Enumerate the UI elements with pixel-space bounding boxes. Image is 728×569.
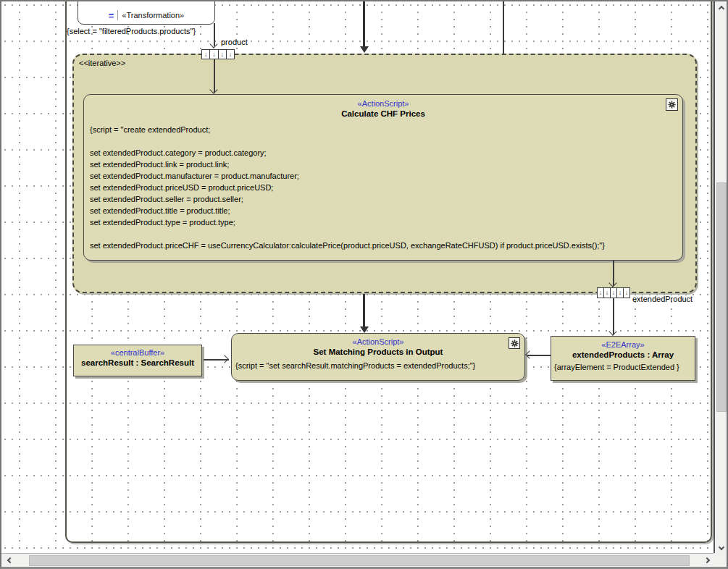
transformation-node[interactable]: = «Transformation» bbox=[78, 1, 215, 25]
gear-icon[interactable] bbox=[666, 98, 678, 111]
stereotype-separator bbox=[117, 10, 118, 20]
horizontal-scrollbar-thumb[interactable] bbox=[29, 555, 690, 566]
extended-products-array-node[interactable]: «E2EArray» extendedProducts : Array {arr… bbox=[551, 336, 695, 381]
extended-product-pin-label: extendedProduct bbox=[632, 295, 693, 303]
action-name: Calculate CHF Prices bbox=[84, 109, 682, 119]
search-result-buffer-node[interactable]: «centralBuffer» searchResult : SearchRes… bbox=[73, 345, 202, 376]
vertical-scrollbar[interactable] bbox=[714, 1, 727, 554]
diagram-canvas[interactable]: = «Transformation» {select = "filteredPr… bbox=[1, 1, 714, 554]
vertical-scrollbar-thumb[interactable] bbox=[716, 182, 727, 412]
set-matching-products-action[interactable]: «ActionScript» Set Matching Products in … bbox=[231, 333, 525, 381]
action-name: Set Matching Products in Output bbox=[232, 347, 524, 358]
select-constraint: {select = "filteredProducts.products"} bbox=[67, 27, 196, 35]
down-arrow-icon: ↓ bbox=[210, 50, 218, 59]
down-arrow-icon: ↓ bbox=[604, 288, 611, 298]
action-script-text: {script = "set searchResult.matchingProd… bbox=[232, 360, 524, 371]
scroll-left-button[interactable] bbox=[3, 555, 14, 566]
scroll-right-button[interactable] bbox=[702, 555, 714, 566]
array-element-constraint: {arrayElement = ProductExtended } bbox=[551, 363, 695, 371]
chevron-down-icon bbox=[719, 544, 724, 549]
chevron-right-icon bbox=[703, 557, 709, 563]
buffer-stereotype: «centralBuffer» bbox=[74, 347, 201, 358]
scrollbar-corner bbox=[714, 553, 727, 567]
down-arrow-icon: ↓ bbox=[598, 288, 604, 298]
transformation-stereotype: «Transformation» bbox=[122, 11, 184, 20]
horizontal-scrollbar[interactable] bbox=[1, 553, 715, 567]
solid-arrowhead bbox=[360, 326, 369, 333]
down-arrow-icon: ↓ bbox=[227, 50, 234, 59]
array-name: extendedProducts : Array bbox=[551, 350, 695, 361]
buffer-name: searchResult : SearchResult bbox=[74, 358, 201, 368]
calculate-chf-prices-action[interactable]: «ActionScript» Calculate CHF Prices {scr… bbox=[83, 94, 683, 261]
diagram-editor-window: = «Transformation» {select = "filteredPr… bbox=[0, 0, 728, 569]
scroll-up-button[interactable] bbox=[716, 1, 727, 13]
action-script-text: {script = "create extendedProduct; set e… bbox=[90, 124, 605, 251]
down-arrow-icon: ↓ bbox=[219, 50, 227, 59]
action-stereotype: «ActionScript» bbox=[84, 98, 682, 109]
iterative-region-stereotype: <<iterative>> bbox=[79, 59, 125, 67]
down-arrow-icon: ↓ bbox=[202, 50, 210, 59]
product-pin-label: product bbox=[221, 38, 248, 46]
chevron-up-icon bbox=[719, 5, 724, 11]
array-stereotype: «E2EArray» bbox=[551, 340, 695, 350]
down-arrow-icon: ↓ bbox=[617, 288, 624, 298]
gear-icon[interactable] bbox=[509, 337, 520, 349]
extended-product-expansion-node[interactable]: ↓ ↓ ↓ ↓ ↓ bbox=[597, 287, 630, 298]
down-arrow-icon: ↓ bbox=[611, 288, 617, 298]
scroll-down-button[interactable] bbox=[716, 542, 727, 554]
product-expansion-node[interactable]: ↓ ↓ ↓ ↓ bbox=[201, 49, 235, 59]
down-arrow-icon: ↓ bbox=[624, 288, 629, 298]
equals-icon: = bbox=[109, 11, 114, 20]
action-stereotype: «ActionScript» bbox=[232, 337, 524, 347]
chevron-left-icon bbox=[7, 557, 12, 563]
solid-arrowhead bbox=[360, 46, 369, 53]
